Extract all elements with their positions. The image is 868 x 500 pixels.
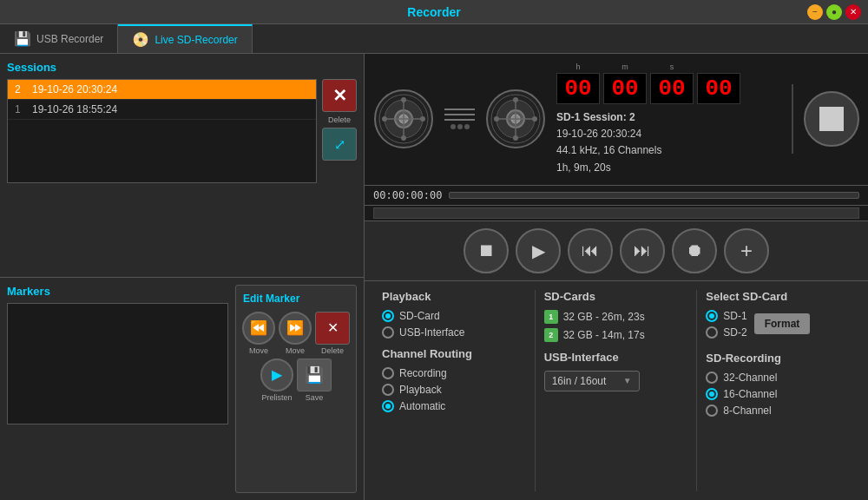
time-digits: h 00 m 00 s 00 00 <box>556 62 781 104</box>
usb-icon: 💾 <box>14 30 31 47</box>
playback-sd-card-radio[interactable] <box>382 310 394 322</box>
divider <box>792 84 793 154</box>
save-button[interactable]: 💾 <box>297 359 332 391</box>
window-controls: − ● ✕ <box>807 4 861 20</box>
sd-card-2-item: 2 32 GB - 14m, 17s <box>544 328 688 342</box>
close-button[interactable]: ✕ <box>845 4 861 20</box>
markers-list <box>7 303 228 424</box>
routing-playback-radio[interactable] <box>382 384 394 396</box>
sd2-radio[interactable] <box>706 326 718 339</box>
bottom-options: Playback SD-Card USB-Interface Channel R… <box>365 281 868 500</box>
session-info-name: SD-1 Session: 2 <box>556 109 781 126</box>
play-button[interactable]: ▶ <box>516 228 561 273</box>
app-title: Recorder <box>407 5 460 19</box>
svg-point-21 <box>532 116 537 122</box>
waveform-area <box>365 206 868 221</box>
select-sd-options: SD-1 SD-2 <box>706 310 746 343</box>
move-fwd-button[interactable]: ⏩ <box>279 312 312 345</box>
session-item[interactable]: 2 19-10-26 20:30:24 <box>8 80 316 100</box>
goto-start-button[interactable]: ⏮ <box>568 228 613 273</box>
routing-automatic-label: Automatic <box>399 400 445 412</box>
dropdown-arrow-icon: ▼ <box>623 376 632 385</box>
routing-automatic-option[interactable]: Automatic <box>382 400 526 412</box>
stop-display-button[interactable] <box>804 91 859 147</box>
stop-icon: ⏹ <box>477 240 495 260</box>
channel-routing-title: Channel Routing <box>382 347 526 360</box>
tape-reels <box>373 89 434 149</box>
edit-marker-panel: Edit Marker ⏪ Move ⏩ Move ✕ Delete <box>235 285 357 494</box>
tab-sd-recorder[interactable]: 📀 Live SD-Recorder <box>118 24 252 53</box>
tab-usb-label: USB Recorder <box>36 33 103 45</box>
sd-cards-group: SD-Cards 1 32 GB - 26m, 23s 2 32 GB - 14… <box>536 290 698 491</box>
session-num: 2 <box>15 83 25 95</box>
transport-display: h 00 m 00 s 00 00 <box>365 54 868 186</box>
routing-automatic-radio[interactable] <box>382 400 394 412</box>
sessions-list: 2 19-10-26 20:30:24 1 19-10-26 18:55:24 <box>7 79 317 183</box>
sd1-option[interactable]: SD-1 <box>706 310 746 322</box>
delete-session-button[interactable]: ✕ <box>322 79 357 112</box>
svg-point-9 <box>382 116 387 122</box>
timecode-text: 00:00:00:00 <box>373 189 442 201</box>
move-fwd-btn-container: ⏩ Move <box>279 312 312 355</box>
sd1-radio[interactable] <box>706 310 718 322</box>
routing-recording-radio[interactable] <box>382 367 394 379</box>
32ch-option[interactable]: 32-Channel <box>706 372 851 384</box>
routing-recording-option[interactable]: Recording <box>382 367 526 379</box>
tape-line-bot <box>444 119 475 121</box>
markers-title: Markers <box>7 285 228 298</box>
minimize-button[interactable]: − <box>807 4 823 20</box>
sd-recording-section: SD-Recording 32-Channel 16-Channel 8-Cha… <box>706 352 851 417</box>
playback-usb-label: USB-Interface <box>399 326 464 339</box>
16ch-option[interactable]: 16-Channel <box>706 388 851 400</box>
tab-bar: 💾 USB Recorder 📀 Live SD-Recorder <box>0 24 868 54</box>
8ch-option[interactable]: 8-Channel <box>706 405 851 417</box>
tape-line-mid <box>444 114 475 115</box>
main-content: Sessions 2 19-10-26 20:30:24 1 19-10-26 … <box>0 54 868 500</box>
goto-start-icon: ⏮ <box>582 240 599 260</box>
usb-dropdown-container: 16in / 16out ▼ <box>544 371 688 391</box>
playback-usb-option[interactable]: USB-Interface <box>382 326 526 339</box>
select-sd-title: Select SD-Card <box>706 290 851 303</box>
playback-title: Playback <box>382 290 526 303</box>
16ch-label: 16-Channel <box>723 388 777 400</box>
move-back-button[interactable]: ⏪ <box>242 312 275 345</box>
16ch-radio[interactable] <box>706 388 718 400</box>
timecode-progress[interactable] <box>449 192 859 199</box>
prelisten-button[interactable]: ▶ <box>260 359 293 391</box>
prelisten-label: Prelisten <box>261 393 292 402</box>
record-button[interactable]: ⏺ <box>672 228 717 273</box>
usb-interface-dropdown[interactable]: 16in / 16out ▼ <box>544 371 640 391</box>
usb-interface-title: USB-Interface <box>544 351 688 364</box>
minutes-group: m 00 <box>603 62 647 104</box>
edit-marker-action-row: ▶ Prelisten 💾 Save <box>243 359 349 402</box>
sd-card-2-desc: 32 GB - 14m, 17s <box>563 329 645 341</box>
maximize-button[interactable]: ● <box>826 4 842 20</box>
sd2-option[interactable]: SD-2 <box>706 326 746 339</box>
svg-point-18 <box>513 97 518 102</box>
hours-label: h <box>575 62 580 71</box>
select-sd-group: Select SD-Card SD-1 SD-2 Format <box>697 290 859 491</box>
goto-end-button[interactable]: ⏭ <box>620 228 665 273</box>
session-item[interactable]: 1 19-10-26 18:55:24 <box>8 100 316 120</box>
expand-button[interactable]: ⤢ <box>322 128 357 161</box>
playback-sd-card-option[interactable]: SD-Card <box>382 310 526 322</box>
delete-marker-button[interactable]: ✕ <box>315 312 350 345</box>
sessions-title: Sessions <box>7 61 357 74</box>
32ch-radio[interactable] <box>706 372 718 384</box>
playback-usb-radio[interactable] <box>382 326 394 339</box>
playback-sd-card-label: SD-Card <box>399 310 440 322</box>
svg-point-19 <box>513 135 518 141</box>
sessions-area: Sessions 2 19-10-26 20:30:24 1 19-10-26 … <box>0 54 364 278</box>
routing-recording-label: Recording <box>399 367 447 379</box>
session-info-spec: 44.1 kHz, 16 Channels <box>556 142 781 159</box>
tab-usb-recorder[interactable]: 💾 USB Recorder <box>0 24 118 53</box>
8ch-radio[interactable] <box>706 405 718 417</box>
routing-playback-option[interactable]: Playback <box>382 384 526 396</box>
delete-marker-label: Delete <box>321 346 344 355</box>
8ch-label: 8-Channel <box>723 405 771 417</box>
add-button[interactable]: + <box>724 228 769 273</box>
format-button[interactable]: Format <box>754 313 811 334</box>
play-icon: ▶ <box>532 240 545 261</box>
seconds-group: s 00 <box>650 62 694 104</box>
stop-button[interactable]: ⏹ <box>464 228 509 273</box>
